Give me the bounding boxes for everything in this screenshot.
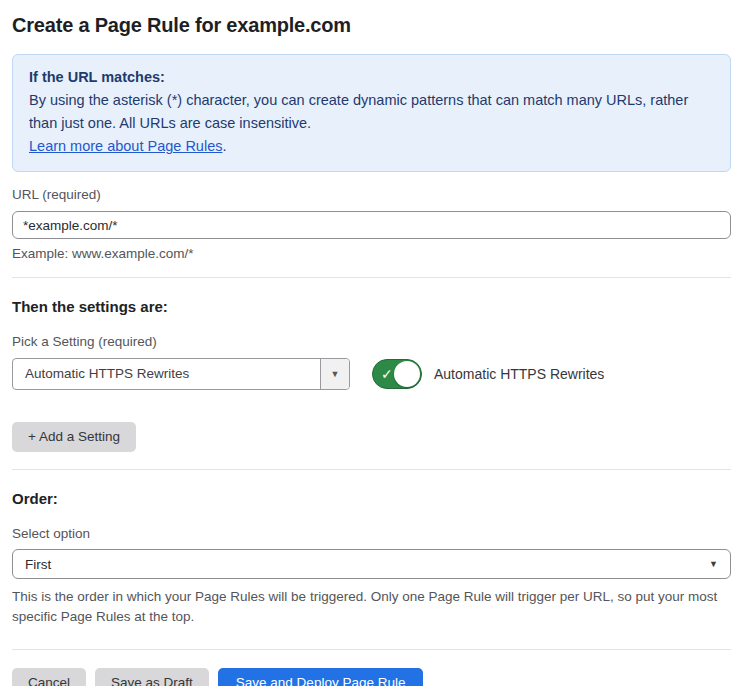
save-deploy-button[interactable]: Save and Deploy Page Rule xyxy=(218,668,424,686)
learn-more-link[interactable]: Learn more about Page Rules xyxy=(29,138,222,154)
info-box-link-row: Learn more about Page Rules. xyxy=(29,135,714,158)
info-box-body: By using the asterisk (*) character, you… xyxy=(29,89,714,135)
setting-picker-label: Pick a Setting (required) xyxy=(12,334,731,349)
url-field-label: URL (required) xyxy=(12,187,731,202)
footer-actions: Cancel Save as Draft Save and Deploy Pag… xyxy=(12,668,731,686)
order-select[interactable]: First ▼ xyxy=(12,549,731,579)
setting-dropdown-arrow-button[interactable]: ▼ xyxy=(320,359,349,389)
chevron-down-icon: ▼ xyxy=(709,559,718,569)
toggle-knob xyxy=(394,361,420,387)
chevron-down-icon: ▼ xyxy=(331,369,340,379)
settings-section-heading: Then the settings are: xyxy=(12,298,731,315)
order-section-heading: Order: xyxy=(12,490,731,507)
url-example-text: Example: www.example.com/* xyxy=(12,246,731,261)
url-match-info-box: If the URL matches: By using the asteris… xyxy=(12,54,731,172)
setting-toggle[interactable]: ✓ xyxy=(372,359,422,389)
save-draft-button[interactable]: Save as Draft xyxy=(95,668,209,686)
setting-dropdown-value: Automatic HTTPS Rewrites xyxy=(13,359,320,389)
url-input[interactable] xyxy=(12,211,731,239)
setting-toggle-label: Automatic HTTPS Rewrites xyxy=(434,366,604,382)
section-divider xyxy=(12,649,731,650)
setting-row: Automatic HTTPS Rewrites ▼ ✓ Automatic H… xyxy=(12,358,731,390)
link-period: . xyxy=(222,138,226,154)
section-divider xyxy=(12,469,731,470)
page-title: Create a Page Rule for example.com xyxy=(12,14,731,37)
cancel-button[interactable]: Cancel xyxy=(12,668,86,686)
check-icon: ✓ xyxy=(381,367,393,381)
section-divider xyxy=(12,277,731,278)
info-box-heading: If the URL matches: xyxy=(29,66,714,89)
setting-dropdown[interactable]: Automatic HTTPS Rewrites ▼ xyxy=(12,358,350,390)
order-description: This is the order in which your Page Rul… xyxy=(12,587,731,627)
order-select-value: First xyxy=(25,557,51,572)
order-select-label: Select option xyxy=(12,526,731,541)
create-page-rule-form: Create a Page Rule for example.com If th… xyxy=(0,14,743,686)
add-setting-button[interactable]: + Add a Setting xyxy=(12,422,136,452)
